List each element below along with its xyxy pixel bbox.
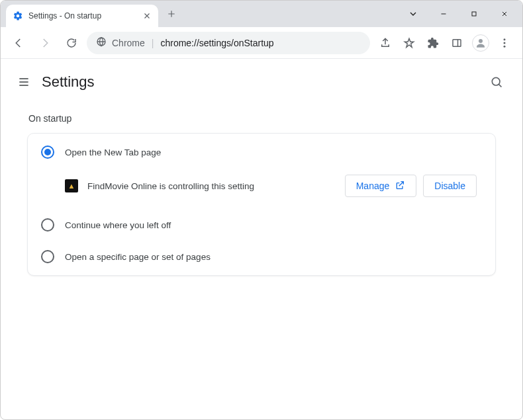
close-window-button[interactable] <box>489 1 520 27</box>
forward-button[interactable] <box>34 32 56 54</box>
bookmark-button[interactable] <box>398 32 420 54</box>
option-specific-pages[interactable]: Open a specific page or set of pages <box>28 241 495 273</box>
section-title: On startup <box>28 113 496 124</box>
disable-button[interactable]: Disable <box>423 175 477 197</box>
site-info-icon[interactable] <box>96 36 107 49</box>
svg-point-7 <box>504 42 506 44</box>
option-label: Open the New Tab page <box>65 147 161 157</box>
radio-icon[interactable] <box>41 218 54 231</box>
controlled-by-extension: ▲ FindMovie Online is controlling this s… <box>28 168 495 209</box>
extension-icon: ▲ <box>65 179 78 192</box>
option-label: Continue where you left off <box>65 220 171 230</box>
browser-toolbar: Chrome | chrome://settings/onStartup <box>1 27 522 59</box>
settings-page: Settings On startup Open the New Tab pag… <box>1 59 522 420</box>
address-bar[interactable]: Chrome | chrome://settings/onStartup <box>87 32 370 54</box>
tab-title: Settings - On startup <box>28 11 137 21</box>
window-titlebar: Settings - On startup <box>1 1 522 27</box>
maximize-button[interactable] <box>459 1 489 27</box>
gear-icon <box>13 11 23 21</box>
menu-button[interactable] <box>13 71 35 93</box>
external-link-icon <box>395 180 405 192</box>
reload-button[interactable] <box>60 32 83 54</box>
tab-search-button[interactable] <box>398 1 428 27</box>
minimize-button[interactable] <box>428 1 459 27</box>
option-label: Open a specific page or set of pages <box>65 252 211 262</box>
controller-text: FindMovie Online is controlling this set… <box>87 181 336 191</box>
new-tab-button[interactable] <box>162 5 181 23</box>
svg-rect-2 <box>472 12 476 16</box>
url-prefix: Chrome <box>112 38 145 48</box>
manage-button[interactable]: Manage <box>345 175 417 197</box>
search-button[interactable] <box>485 71 508 93</box>
manage-label: Manage <box>356 181 390 191</box>
svg-rect-4 <box>453 39 461 46</box>
disable-label: Disable <box>434 181 465 191</box>
browser-tab[interactable]: Settings - On startup <box>6 5 158 27</box>
back-button[interactable] <box>7 32 30 54</box>
extensions-button[interactable] <box>422 32 444 54</box>
share-button[interactable] <box>374 32 397 54</box>
url-path: chrome://settings/onStartup <box>160 38 273 48</box>
radio-selected-icon[interactable] <box>41 146 54 159</box>
svg-point-5 <box>479 39 483 43</box>
svg-point-6 <box>504 38 506 40</box>
close-icon[interactable] <box>142 11 152 21</box>
profile-button[interactable] <box>469 32 492 54</box>
svg-point-9 <box>492 77 500 85</box>
url-separator: | <box>152 38 154 48</box>
startup-card: Open the New Tab page ▲ FindMovie Online… <box>27 133 496 276</box>
option-continue[interactable]: Continue where you left off <box>28 209 495 241</box>
side-panel-button[interactable] <box>446 32 468 54</box>
radio-icon[interactable] <box>41 250 54 263</box>
page-title: Settings <box>42 73 485 91</box>
svg-point-8 <box>504 45 506 47</box>
option-new-tab[interactable]: Open the New Tab page <box>28 136 495 168</box>
chrome-menu-button[interactable] <box>493 32 516 54</box>
